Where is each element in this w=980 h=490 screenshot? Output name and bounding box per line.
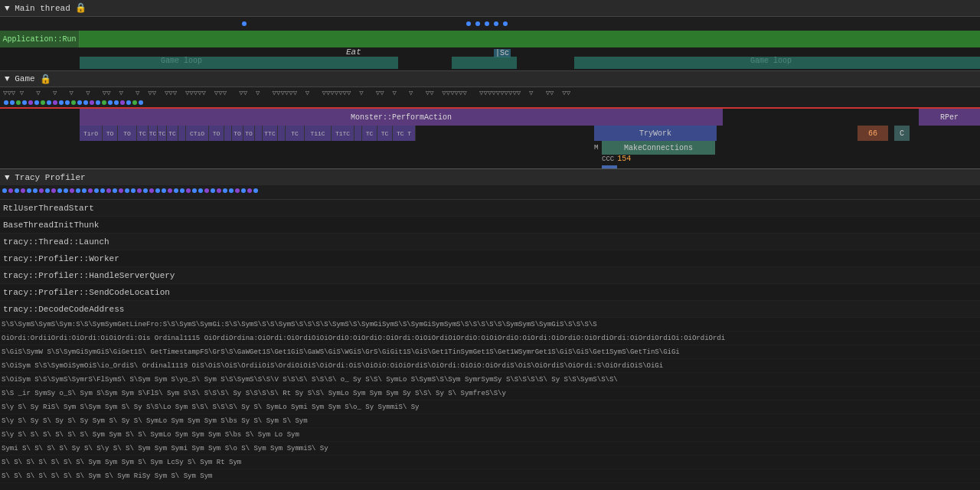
tracy-dot [51,188,56,193]
dot [83,100,88,105]
dot [90,100,94,105]
symbol-text: S\y S\ Sy S\ Sy S\ Sy Sym S\ Sy S\ SymLo… [2,417,308,425]
symbol-row-3: S\GiS\SymW S\S\SymGiSymGiS\GiGet1S\ GetT… [0,345,980,359]
makeconn-bar: MakeConnections [602,141,715,155]
callstack-row-3: tracy::Thread::Launch [0,234,980,250]
triangle-dots-inner: ▽▽▽ ▽ ▽ ▽ ▽ ▽ ▽▽ ▽ ▽ ▽▽ ▽▽▽ ▽▽▽▽▽ ▽▽▽ ▽▽… [0,89,980,97]
tracy-dot [180,188,185,193]
timeline-dot [242,21,247,26]
symbol-text: S\ S\ S\ S\ S\ S\ S\ Sym S\ Sym RiSy Sym… [2,472,212,480]
tracy-dot [168,188,172,193]
monster-bar: Monster::PerformAction [80,109,723,126]
small-bar: TC [286,126,305,141]
small-bar: TO [103,126,118,141]
symbol-text: S\OiSym S\S\SymS\SymrS\FlSymS\ S\Sym Sym… [2,376,618,384]
tracy-dot [253,188,258,193]
small-bar [178,126,186,141]
tracy-dot [100,188,105,193]
symbol-row-9: S\y S\ S\ S\ S\ S\ S\ Sym Sym S\ S\ SymL… [0,428,980,442]
callstack-entry: RtlUserThreadStart [3,204,94,213]
dot [34,100,39,105]
small-bar: CTiO [186,126,209,141]
colored-dots-row [0,100,980,105]
game-loop-block-4 [643,57,980,69]
callstack-row-4: tracy::Profiler::Worker [0,250,980,267]
eat-marker: Eat [346,47,361,57]
dot [120,100,125,105]
tracy-dot [229,188,234,193]
m-label: M [594,141,602,155]
tracy-label: ▼ Tracy Profiler [5,173,86,182]
symbol-row-6: S\S _ir SymSy o_S\ Sym S\Sym Sym S\FlS\ … [0,387,980,400]
dot [22,100,27,105]
dot [41,100,45,105]
tracy-dot [192,188,197,193]
small-bar [278,126,286,141]
tracy-dot [119,188,123,193]
symbol-text: OiOrdi:OrdiiOrdi:OiOrdi:OiOiOrdi:Ois Ord… [2,335,725,342]
timeline-dot [494,21,498,26]
triangle-dots-row: ▽▽▽ ▽ ▽ ▽ ▽ ▽ ▽▽ ▽ ▽ ▽▽ ▽▽▽ ▽▽▽▽▽ ▽▽▽ ▽▽… [0,87,980,109]
dot [96,100,100,105]
tracy-dot [113,188,117,193]
small-bar: TC [158,126,167,141]
small-bars-container: TirO TO TO TC TC TC TC CTiO TO TO TO TTC… [80,126,639,141]
tracy-dot [88,188,93,193]
tracy-dot [149,188,154,193]
monster-label: Monster::PerformAction [351,113,452,122]
game-loop-row: Eat |Sc Game loop Game loop [0,47,980,70]
callstack-section: RtlUserThreadStart BaseThreadInitThunk t… [0,199,980,490]
tracy-dot [235,188,240,193]
callstack-entry: tracy::Profiler::Worker [3,254,119,263]
tracy-dot [33,188,38,193]
lock-icon-game: 🔒 [40,74,51,85]
symbol-row-8: S\y S\ Sy S\ Sy S\ Sy Sym S\ Sy S\ SymLo… [0,414,980,428]
makeconn-label: MakeConnections [624,144,693,152]
symbol-text: S\OiSym S\S\SymOiSymOiS\io_OrdiS\ Ordina… [2,362,663,370]
tracy-dot [82,188,87,193]
dot [77,100,82,105]
small-bar: TTC [263,126,278,141]
small-bar: TO [232,126,243,141]
lock-icon: 🔒 [75,2,87,14]
small-bars-row: TirO TO TO TC TC TC TC CTiO TO TO TO TTC… [0,126,980,141]
dot [132,100,137,105]
dot [139,100,143,105]
rper-bar: RPer [919,109,980,126]
profiler-container: ▼ Main thread 🔒 Application::Run Eat |S [0,0,980,490]
small-bar [224,126,232,141]
tracy-dot [186,188,191,193]
dot [59,100,64,105]
ccc-label: CCC [602,155,614,163]
tracy-dot [76,188,80,193]
small-bar: TC [377,126,393,141]
small-bar: TC [362,126,377,141]
dot [71,100,76,105]
small-bar: TC [149,126,158,141]
tracy-dot [45,188,50,193]
tracy-dot [106,188,111,193]
small-bar: TC [137,126,149,141]
tracy-dot [57,188,62,193]
symbol-text: S\S\SymS\SymS\Sym:S\S\SymSymGetLineFro:S… [2,321,597,328]
tracy-dot [211,188,215,193]
timeline-dots-inner [0,20,980,28]
tracy-dots-inner [0,188,980,193]
dot [47,100,51,105]
callstack-row-1: RtlUserThreadStart [0,200,980,217]
num-66-label: 66 [868,129,877,138]
dot [114,100,119,105]
tracy-dot [198,188,203,193]
symbol-row-5: S\OiSym S\S\SymS\SymrS\FlSymS\ S\Sym Sym… [0,373,980,387]
callstack-row-7: tracy::DecodeCodeAddress [0,301,980,318]
num-66-bar: 66 [858,126,888,141]
dot [126,100,131,105]
small-bar: TO [243,126,255,141]
tracy-dot [2,188,7,193]
tracy-dot [137,188,142,193]
timeline-dot [475,21,480,26]
timeline-dots-row [0,17,980,31]
c-bar: C [894,126,910,141]
symbol-row-11: S\ S\ S\ S\ S\ S\ S\ Sym Sym Sym S\ Sym … [0,456,980,469]
symbol-row-1: S\S\SymS\SymS\Sym:S\S\SymSymGetLineFro:S… [0,318,980,332]
